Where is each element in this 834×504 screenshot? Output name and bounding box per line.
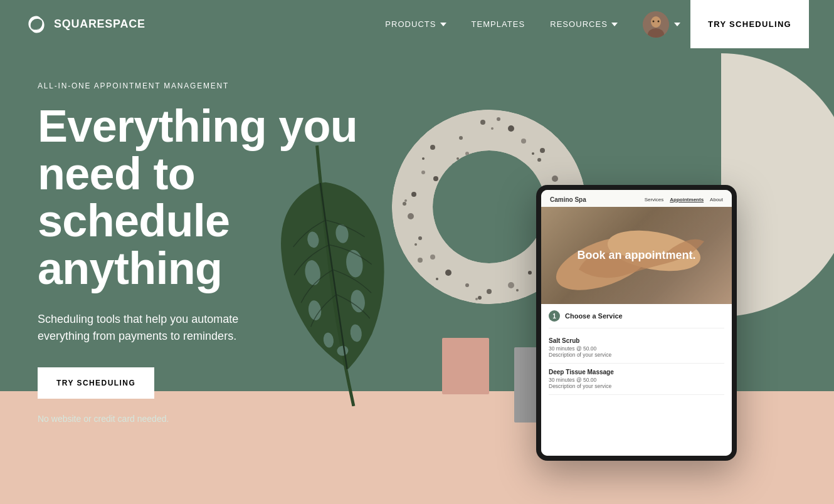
svg-point-41: [457, 157, 459, 160]
nav-templates[interactable]: TEMPLATES: [472, 19, 525, 29]
avatar: [643, 11, 669, 38]
svg-point-38: [418, 258, 423, 263]
try-scheduling-hero-button[interactable]: TRY SCHEDULING: [38, 367, 154, 399]
resources-chevron-icon: [611, 23, 618, 26]
pink-block-decoration: [442, 338, 489, 394]
user-avatar-wrap[interactable]: [643, 11, 680, 38]
svg-point-9: [433, 176, 438, 181]
tablet-nav-bar: Camino Spa Services Appointments About: [541, 190, 732, 207]
tablet-nav-services: Services: [645, 197, 664, 202]
svg-point-1: [651, 16, 661, 28]
tablet-device: Camino Spa Services Appointments About B: [536, 185, 737, 461]
tablet-divider: [549, 328, 724, 328]
svg-point-42: [491, 127, 494, 130]
svg-point-49: [436, 278, 438, 280]
svg-point-17: [537, 158, 541, 162]
svg-point-10: [443, 192, 447, 196]
svg-point-47: [516, 289, 519, 291]
svg-point-51: [404, 199, 407, 202]
tablet-hero-image: Book an appointment.: [541, 207, 732, 304]
svg-point-39: [403, 202, 406, 206]
tablet-screen: Camino Spa Services Appointments About B: [541, 190, 732, 456]
svg-point-48: [475, 298, 478, 300]
svg-point-52: [422, 157, 425, 160]
hero-subtext: Scheduling tools that help you automate …: [38, 311, 276, 345]
tablet-service-2: Deep Tissue Massage 30 minutes @ 50.00 D…: [549, 364, 724, 395]
svg-point-25: [487, 289, 492, 294]
avatar-chevron-icon: [674, 23, 680, 26]
svg-point-28: [430, 255, 435, 260]
tablet-book-text: Book an appointment.: [578, 249, 696, 263]
svg-point-43: [532, 152, 534, 155]
tablet-service-1: Salt Scrub 30 minutes @ 50.00 Descriptio…: [549, 332, 724, 364]
products-chevron-icon: [440, 23, 446, 26]
svg-point-3: [652, 20, 654, 22]
tablet-service-2-name: Deep Tissue Massage: [549, 369, 724, 375]
svg-point-29: [418, 236, 422, 240]
try-scheduling-nav-button[interactable]: TRY SCHEDULING: [690, 0, 809, 48]
tablet-service-2-desc: Description of your service: [549, 383, 724, 389]
tablet-step: 1 Choose a Service: [549, 310, 724, 322]
tablet-step-number: 1: [549, 310, 560, 322]
main-nav: SQUARESPACE PRODUCTS TEMPLATES RESOURCES: [0, 0, 834, 48]
nav-links: PRODUCTS TEMPLATES RESOURCES: [385, 19, 618, 29]
hero-section: SQUARESPACE PRODUCTS TEMPLATES RESOURCES: [0, 0, 834, 504]
hero-disclaimer: No website or credit card needed.: [38, 414, 376, 424]
svg-point-14: [497, 117, 500, 121]
svg-point-24: [508, 282, 514, 288]
svg-point-37: [478, 296, 482, 300]
hero-eyebrow: ALL-IN-ONE APPOINTMENT MANAGEMENT: [38, 81, 376, 90]
tablet-service-2-detail: 30 minutes @ 50.00: [549, 377, 724, 383]
brand-logo[interactable]: SQUARESPACE: [25, 13, 145, 36]
tablet-nav-links: Services Appointments About: [645, 197, 723, 202]
tablet-service-1-name: Salt Scrub: [549, 337, 724, 344]
svg-point-40: [430, 145, 435, 150]
tablet-service-1-detail: 30 minutes @ 50.00: [549, 345, 724, 352]
nav-resources[interactable]: RESOURCES: [550, 19, 618, 29]
svg-point-26: [465, 283, 469, 287]
tablet-service-1-desc: Description of your service: [549, 352, 724, 358]
tablet-booking-content: 1 Choose a Service Salt Scrub 30 minutes…: [541, 304, 732, 456]
tablet-brand-name: Camino Spa: [550, 196, 586, 203]
svg-point-13: [480, 120, 485, 125]
svg-point-4: [657, 20, 659, 22]
svg-point-15: [508, 125, 514, 132]
nav-right: TRY SCHEDULING: [643, 0, 809, 48]
svg-point-34: [540, 148, 545, 153]
svg-point-12: [465, 152, 469, 155]
tablet-nav-appointments: Appointments: [670, 197, 704, 202]
nav-products[interactable]: PRODUCTS: [385, 19, 446, 29]
svg-point-33: [459, 136, 463, 140]
svg-point-16: [521, 139, 526, 144]
svg-point-32: [421, 171, 425, 174]
svg-point-18: [552, 176, 558, 182]
svg-point-50: [414, 243, 417, 246]
svg-point-23: [528, 271, 532, 275]
svg-point-30: [408, 213, 414, 219]
svg-point-31: [411, 192, 416, 197]
tablet-step-label: Choose a Service: [565, 312, 623, 320]
svg-point-11: [451, 163, 458, 169]
svg-point-27: [445, 270, 451, 276]
tablet-nav-about: About: [710, 197, 723, 202]
logo-icon: [25, 13, 48, 36]
